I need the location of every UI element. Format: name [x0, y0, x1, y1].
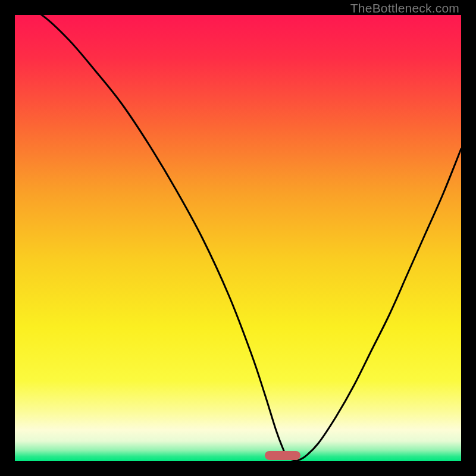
curve-right-branch	[296, 149, 462, 461]
plot-area	[15, 15, 461, 461]
bottleneck-curve	[15, 15, 461, 461]
highlight-marker	[265, 451, 300, 460]
curve-left-branch	[15, 15, 296, 461]
chart-frame: TheBottleneck.com	[0, 0, 476, 476]
watermark-text: TheBottleneck.com	[350, 1, 459, 15]
